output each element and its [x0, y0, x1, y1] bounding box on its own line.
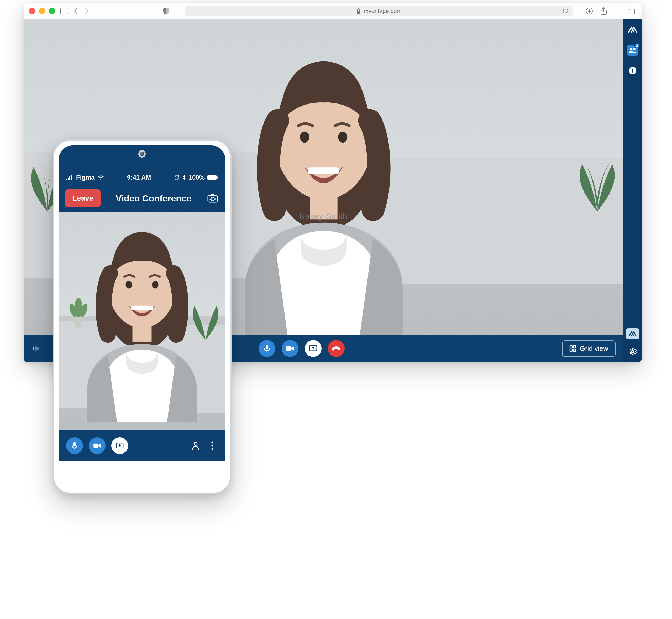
svg-point-35 — [632, 69, 633, 70]
svg-point-15 — [300, 132, 309, 143]
status-right: 100% — [174, 174, 218, 181]
nav-forward-button[interactable] — [84, 7, 89, 15]
phone-remote-video — [59, 212, 225, 430]
phone-front-camera — [138, 150, 146, 157]
svg-rect-37 — [66, 179, 67, 180]
audio-activity-icon — [31, 344, 42, 353]
tabs-icon[interactable] — [629, 7, 637, 15]
participant-name: Kasey Smith — [300, 211, 348, 221]
svg-rect-39 — [69, 177, 70, 180]
svg-line-43 — [177, 178, 178, 178]
window-close-button[interactable] — [29, 8, 35, 14]
microphone-button[interactable] — [66, 437, 83, 454]
svg-rect-40 — [71, 176, 72, 180]
svg-rect-48 — [217, 177, 218, 179]
cell-signal-icon — [66, 175, 74, 180]
window-minimize-button[interactable] — [39, 8, 45, 14]
svg-rect-61 — [93, 443, 98, 448]
svg-rect-59 — [73, 442, 76, 446]
window-traffic-lights — [29, 8, 55, 14]
participants-button[interactable]: 3 — [627, 45, 638, 56]
svg-line-45 — [178, 175, 179, 176]
leave-button[interactable]: Leave — [65, 189, 100, 207]
browser-right-controls — [586, 7, 637, 15]
share-icon[interactable] — [600, 7, 607, 15]
page-title: Video Conference — [107, 193, 200, 204]
svg-line-44 — [175, 175, 175, 176]
svg-rect-9 — [629, 9, 634, 14]
grid-icon — [569, 345, 576, 352]
plant-decor-icon — [563, 146, 623, 215]
status-left: Figma — [66, 174, 104, 181]
new-tab-icon[interactable] — [614, 8, 621, 14]
app-logo-icon[interactable] — [627, 24, 638, 35]
svg-point-56 — [152, 281, 158, 289]
svg-point-32 — [630, 48, 632, 50]
svg-point-33 — [633, 48, 636, 50]
svg-rect-17 — [308, 167, 339, 174]
downloads-icon[interactable] — [586, 7, 593, 15]
svg-rect-38 — [68, 178, 69, 180]
svg-rect-47 — [208, 176, 216, 179]
carrier-label: Figma — [76, 174, 95, 181]
svg-rect-58 — [133, 323, 152, 342]
browser-chrome: rxvantage.com — [24, 3, 642, 19]
participants-count-badge: 3 — [634, 43, 640, 48]
info-button[interactable] — [627, 65, 638, 76]
participant-figure — [65, 216, 218, 421]
bluetooth-icon — [182, 175, 186, 181]
participants-icon[interactable] — [190, 441, 201, 450]
more-options-icon[interactable] — [207, 441, 218, 450]
flip-camera-button[interactable] — [206, 192, 219, 205]
svg-rect-29 — [573, 346, 576, 348]
svg-rect-36 — [632, 70, 633, 73]
svg-rect-2 — [357, 10, 360, 14]
microphone-button[interactable] — [258, 340, 275, 357]
reload-icon[interactable] — [562, 8, 568, 14]
share-screen-button[interactable] — [111, 437, 128, 454]
phone-controls-bar — [59, 430, 225, 461]
svg-rect-25 — [286, 346, 291, 351]
window-maximize-button[interactable] — [49, 8, 55, 14]
svg-point-65 — [212, 442, 213, 443]
browser-address-bar[interactable]: rxvantage.com — [185, 6, 573, 16]
svg-point-55 — [126, 281, 132, 289]
svg-rect-57 — [131, 305, 153, 310]
camera-button[interactable] — [282, 340, 298, 357]
settings-button[interactable] — [627, 346, 638, 357]
grid-view-button[interactable]: Grid view — [562, 340, 615, 357]
clock-label: 9:41 AM — [104, 174, 174, 181]
share-screen-button[interactable] — [305, 340, 321, 357]
grid-view-label: Grid view — [580, 345, 608, 353]
svg-point-66 — [212, 445, 213, 447]
camera-button[interactable] — [89, 437, 105, 454]
nav-back-button[interactable] — [74, 7, 79, 15]
svg-point-64 — [194, 442, 197, 445]
svg-point-16 — [338, 132, 347, 143]
battery-label: 100% — [189, 174, 205, 181]
svg-rect-28 — [570, 346, 572, 348]
hang-up-button[interactable] — [328, 340, 345, 357]
svg-rect-0 — [61, 8, 68, 14]
privacy-shield-icon[interactable] — [163, 7, 169, 15]
wifi-icon — [97, 175, 104, 180]
lock-icon — [356, 8, 361, 14]
svg-point-67 — [212, 448, 213, 450]
right-sidebar: 3 — [623, 19, 642, 362]
sidebar-toggle-icon[interactable] — [60, 8, 68, 14]
svg-rect-30 — [570, 349, 572, 351]
phone-device: Figma 9:41 AM 100% Leave V — [53, 139, 231, 494]
phone-app-header: Leave Video Conference — [59, 185, 225, 212]
battery-icon — [207, 175, 218, 180]
phone-home-area — [59, 461, 225, 488]
svg-rect-23 — [266, 345, 268, 349]
self-view-thumbnail[interactable] — [626, 328, 639, 339]
browser-url: rxvantage.com — [364, 8, 401, 14]
alarm-icon — [174, 175, 180, 181]
svg-rect-31 — [573, 349, 576, 351]
